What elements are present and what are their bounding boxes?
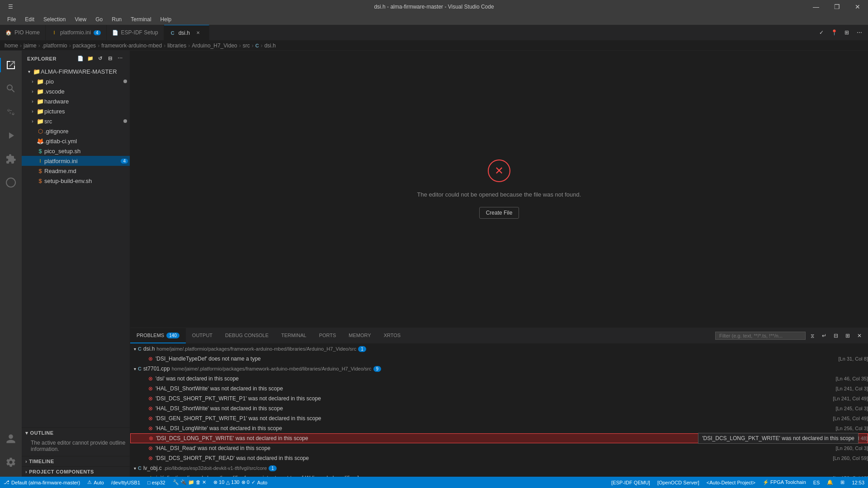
collapse-action[interactable]: ⊟ — [106, 55, 114, 63]
tree-hardware[interactable]: › 📁 hardware — [22, 96, 130, 106]
minimize-button[interactable]: — — [806, 0, 826, 14]
new-file-action[interactable]: 📄 — [76, 55, 85, 63]
tab-problems[interactable]: PROBLEMS 140 — [130, 328, 186, 343]
tab-esp-idf-setup[interactable]: 📄 ESP-IDF Setup — [107, 25, 164, 40]
activity-extensions[interactable] — [0, 148, 22, 170]
breadcrumb-framework[interactable]: framework-arduino-mbed — [101, 42, 162, 49]
menu-view[interactable]: View — [71, 15, 90, 23]
outline-header[interactable]: ▾ OUTLINE — [22, 428, 130, 438]
problem-hal-dsi-short-2[interactable]: ⊗ 'HAL_DSI_ShortWrite' was not declared … — [130, 404, 868, 413]
tab-output[interactable]: OUTPUT — [186, 328, 219, 343]
tree-gitlab-ci[interactable]: 🦊 .gitlab-ci.yml — [22, 136, 130, 146]
status-openocd[interactable]: [OpenOCD Server] — [654, 477, 703, 488]
menu-file[interactable]: File — [4, 15, 19, 23]
problem-group-header-lvobj[interactable]: ▾ C lv_obj.c .pio/libdeps/esp32doit-devk… — [130, 463, 868, 473]
problem-dsi-handletype[interactable]: ⊗ 'DSI_HandleTypeDef' does not name a ty… — [130, 354, 868, 364]
tab-debug-console[interactable]: DEBUG CONSOLE — [219, 328, 275, 343]
problem-dsi-short-read[interactable]: ⊗ 'DSI_DCS_SHORT_PKT_READ' was not decla… — [130, 453, 868, 463]
status-language[interactable]: ES — [810, 477, 824, 488]
expand-problems-action[interactable]: ⊞ — [843, 331, 853, 341]
wrap-action[interactable]: ↵ — [819, 331, 829, 341]
split-action[interactable]: ⊞ — [842, 28, 852, 38]
activity-settings[interactable] — [0, 451, 22, 473]
activity-search[interactable] — [0, 78, 22, 99]
breadcrumb-jaime[interactable]: jaime — [24, 42, 37, 49]
tab-ports[interactable]: PORTS — [313, 328, 343, 343]
overflow-action[interactable]: ⋯ — [854, 28, 864, 38]
tree-root-folder[interactable]: ▾ 📁 ALMA-FIRMWARE-MASTER — [22, 66, 130, 76]
activity-run-debug[interactable] — [0, 125, 22, 146]
hamburger-menu[interactable]: ☰ — [0, 0, 21, 14]
breadcrumb-home[interactable]: home — [5, 42, 18, 49]
tab-pio-home[interactable]: 🏠 PIO Home — [0, 25, 46, 40]
status-debug-icons[interactable]: 🔧 🔌 📁 🗑 ✕ — [169, 477, 210, 488]
breadcrumb-libraries[interactable]: libraries — [167, 42, 186, 49]
status-notifications[interactable]: ⊗ 10 △ 130 ⊗ 0 ✓ Auto — [210, 477, 271, 488]
tab-terminal[interactable]: TERMINAL — [275, 328, 313, 343]
tab-dsi-h[interactable]: C dsi.h ✕ — [164, 25, 209, 40]
checkmark-action[interactable]: ✓ — [816, 28, 826, 38]
problem-group-header-st7701[interactable]: ▾ C st7701.cpp home/jaime/.platformio/pa… — [130, 364, 868, 374]
tree-pico-setup[interactable]: $ pico_setup.sh — [22, 146, 130, 156]
menu-edit[interactable]: Edit — [21, 15, 38, 23]
filter-input[interactable] — [715, 332, 806, 340]
tree-pictures[interactable]: › 📁 pictures — [22, 106, 130, 116]
tree-pio[interactable]: › 📁 .pio — [22, 76, 130, 86]
status-board[interactable]: □ esp32 — [144, 477, 169, 488]
problem-dsi-scope[interactable]: ⊗ 'dsi' was not declared in this scope [… — [130, 374, 868, 384]
problem-hal-dsi-short-1[interactable]: ⊗ 'HAL_DSI_ShortWrite' was not declared … — [130, 384, 868, 394]
activity-platformio[interactable] — [0, 172, 22, 193]
tab-xrtos[interactable]: XRTOS — [377, 328, 407, 343]
refresh-action[interactable]: ↺ — [96, 55, 104, 63]
breadcrumb-platformio[interactable]: .platformio — [42, 42, 67, 49]
close-button[interactable]: ✕ — [847, 0, 868, 14]
status-fpga[interactable]: ⚡ FPGA Toolchain — [759, 477, 810, 488]
status-layout[interactable]: ⊞ — [837, 477, 848, 488]
breadcrumb-packages[interactable]: packages — [73, 42, 96, 49]
status-auto-detect[interactable]: <Auto-Detect Project> — [703, 477, 759, 488]
restore-button[interactable]: ❐ — [826, 0, 847, 14]
problem-lvobj-const[interactable]: ⚠ initialization discards 'const' qualif… — [130, 473, 868, 477]
tree-platformio-ini[interactable]: I platformio.ini 4 — [22, 156, 130, 166]
problem-dsi-short-p1-1[interactable]: ⊗ 'DSI_DCS_SHORT_PKT_WRITE_P1' was not d… — [130, 394, 868, 404]
dsi-h-close[interactable]: ✕ — [194, 29, 202, 37]
menu-terminal[interactable]: Terminal — [127, 15, 155, 23]
project-components-header[interactable]: › PROJECT COMPONENTS — [22, 467, 130, 477]
breadcrumb-dsi-h[interactable]: dsi.h — [264, 42, 276, 49]
timeline-header[interactable]: › TIMELINE — [22, 456, 130, 466]
pin-action[interactable]: 📍 — [829, 28, 839, 38]
breadcrumb-arduino-h7[interactable]: Arduino_H7_Video — [192, 42, 237, 49]
tree-src[interactable]: › 📁 src — [22, 116, 130, 126]
activity-account[interactable] — [0, 428, 22, 450]
tree-readme[interactable]: $ Readme.md — [22, 166, 130, 176]
menu-run[interactable]: Run — [108, 15, 125, 23]
menu-help[interactable]: Help — [157, 15, 175, 23]
menu-selection[interactable]: Selection — [40, 15, 69, 23]
breadcrumb-c[interactable]: C — [255, 43, 259, 48]
new-folder-action[interactable]: 📁 — [86, 55, 94, 63]
problem-hal-dsi-long[interactable]: ⊗ 'HAL_DSI_LongWrite' was not declared i… — [130, 423, 868, 433]
problem-dsi-gen-short-p1[interactable]: ⊗ 'DSI_GEN_SHORT_PKT_WRITE_P1' was not d… — [130, 413, 868, 423]
more-action[interactable]: ⋯ — [116, 55, 124, 63]
status-port[interactable]: /dev/ttyUSB1 — [108, 477, 144, 488]
status-esp-idf-qemu[interactable]: [ESP-IDF QEMU] — [608, 477, 654, 488]
tree-setup-build[interactable]: $ setup-build-env.sh — [22, 176, 130, 186]
activity-source-control[interactable] — [0, 101, 22, 123]
close-panel-action[interactable]: ✕ — [854, 331, 864, 341]
collapse-problems-action[interactable]: ⊟ — [831, 331, 841, 341]
tree-gitignore[interactable]: ⬡ .gitignore — [22, 126, 130, 136]
status-bell[interactable]: 🔔 — [823, 477, 837, 488]
problem-dsi-long-pkt[interactable]: ⊗ 'DSI_DCS_LONG_PKT_WRITE' was not decla… — [130, 433, 868, 443]
tab-memory[interactable]: MEMORY — [342, 328, 377, 343]
problem-group-header-dsi-h[interactable]: ▾ C dsi.h home/jaime/.platformio/package… — [130, 344, 868, 354]
filter-icon[interactable]: ⧖ — [807, 331, 817, 341]
status-source-control[interactable]: ⎇ Default (alma-firmware-master) — [0, 477, 84, 488]
status-sync[interactable]: ⚠ Auto — [84, 477, 108, 488]
create-file-button[interactable]: Create File — [479, 207, 519, 219]
status-time[interactable]: 12:53 — [848, 477, 868, 488]
tree-vscode[interactable]: › 📁 .vscode — [22, 86, 130, 96]
activity-explorer[interactable] — [0, 54, 22, 76]
tab-platformio-ini[interactable]: I platformio.ini 4 — [46, 25, 107, 40]
problem-hal-dsi-read[interactable]: ⊗ 'HAL_DSI_Read' was not declared in thi… — [130, 443, 868, 453]
breadcrumb-src[interactable]: src — [243, 42, 250, 49]
